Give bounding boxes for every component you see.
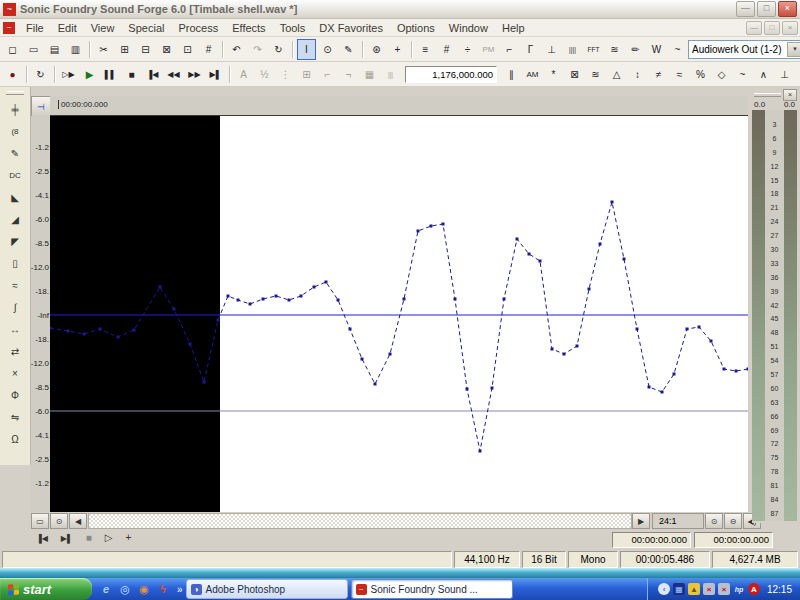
pan-expand-button[interactable]: ↔ (4, 320, 26, 339)
fade-in-button[interactable]: ◢ (4, 210, 26, 229)
envelope-button[interactable]: △ (607, 64, 626, 85)
play-mini-button[interactable]: ▷ (105, 532, 113, 543)
channel-converter-button[interactable]: ⇄ (4, 342, 26, 361)
bit-depth-button[interactable]: (8 (4, 122, 26, 141)
menu-dx-favorites[interactable]: DX Favorites (312, 21, 390, 35)
status-length[interactable]: 00:00:05.486 (620, 551, 710, 568)
status-bit-depth[interactable]: 16 Bit (522, 551, 566, 568)
internet-explorer-icon[interactable]: e (99, 582, 113, 596)
offline-network-icon-1[interactable]: × (703, 583, 715, 595)
menu-special[interactable]: Special (121, 21, 171, 35)
waveform-canvas[interactable] (50, 116, 748, 512)
repeat-button[interactable]: ↻ (269, 39, 288, 60)
loop-playback-button[interactable]: ↻ (31, 64, 50, 85)
task-sonic-foundry[interactable]: ~ Sonic Foundry Sound ... (351, 579, 513, 599)
marker-right-button[interactable]: ⊥ (542, 39, 561, 60)
markers-list-button[interactable]: ⋮ (276, 64, 295, 85)
scroll-right-arrow[interactable]: ▶ (632, 513, 650, 529)
maximize-button[interactable]: □ (757, 1, 776, 17)
task-adobe-photoshop[interactable]: ◑ Adobe Photoshop (186, 579, 348, 599)
insert-silence-tool-button[interactable]: ▯ (4, 254, 26, 273)
menu-view[interactable]: View (84, 21, 122, 35)
taskbar-clock[interactable]: 12:15 (767, 584, 792, 595)
menu-file[interactable]: File (19, 21, 51, 35)
status-channels[interactable]: Mono (568, 551, 618, 568)
resample-button[interactable]: ≈ (4, 276, 26, 295)
smooth-button[interactable]: ~ (733, 64, 752, 85)
fft-analysis-button[interactable]: FFT (584, 39, 603, 60)
redo-button[interactable]: ↷ (248, 39, 267, 60)
zoom-window-button[interactable]: ⊙ (50, 513, 68, 529)
playlist-window-button[interactable]: ||| (381, 64, 400, 85)
position-counter[interactable]: 1,176,000.000 (405, 66, 497, 83)
zoom-ratio-display[interactable]: 24:1 (652, 513, 704, 529)
play-all-button[interactable]: ▷▶ (59, 64, 78, 85)
paste-special-button[interactable]: ⊠ (157, 39, 176, 60)
display-settings-icon[interactable]: ▦ (673, 583, 685, 595)
auto-region-button[interactable]: # (437, 39, 456, 60)
msn-messenger-icon[interactable]: ◎ (118, 582, 132, 596)
stop-mini-button[interactable]: ■ (86, 532, 92, 543)
regions-window-button[interactable]: ▦ (360, 64, 379, 85)
spectrum-bars-button[interactable]: |||| (563, 39, 582, 60)
combo-dropdown-icon[interactable]: ▼ (787, 42, 800, 57)
copy-button[interactable]: ⊞ (115, 39, 134, 60)
scroll-left-arrow[interactable]: ◀ (69, 513, 87, 529)
play-button[interactable]: ▶ (80, 64, 99, 85)
marker-mid-button[interactable]: Γ (521, 39, 540, 60)
scrollbar-track[interactable] (88, 513, 632, 529)
graphic-fade-button[interactable]: ◣ (4, 188, 26, 207)
media-player-icon[interactable]: ◉ (137, 582, 151, 596)
zoom-out-button[interactable]: ⊖ (724, 513, 742, 529)
normalize-button[interactable]: ╪ (4, 100, 26, 119)
delay-echo-button[interactable]: ⊠ (565, 64, 584, 85)
preset-manager-button[interactable]: PM (479, 39, 498, 60)
minimize-button[interactable]: — (736, 1, 755, 17)
reverse-button[interactable]: ⇋ (4, 408, 26, 427)
toolbar-grip[interactable] (6, 91, 24, 95)
start-button[interactable]: start (0, 578, 92, 600)
edit-tool-button[interactable]: I (297, 39, 316, 60)
pencil-tool-button[interactable]: ✎ (339, 39, 358, 60)
insert-silence-button[interactable]: ∥ (502, 64, 521, 85)
save-button[interactable]: ▤ (45, 39, 64, 60)
doc-minimize-button[interactable]: — (746, 21, 762, 35)
hp-agent-icon[interactable]: hp (733, 583, 745, 595)
network-status-icon[interactable]: ▲ (688, 583, 700, 595)
selection-start-field[interactable]: 00:00:00.000 (612, 532, 691, 548)
close-button[interactable]: × (778, 1, 797, 17)
menu-process[interactable]: Process (171, 21, 225, 35)
paste-button[interactable]: ⊟ (136, 39, 155, 60)
dc-offset-button[interactable]: DC (4, 166, 26, 185)
time-ruler[interactable]: 00:00:00.000 (50, 96, 748, 116)
magnify-tool-button[interactable]: ⊙ (318, 39, 337, 60)
zoom-normal-button[interactable]: ⊙ (705, 513, 723, 529)
meter-bar-right[interactable] (784, 110, 797, 521)
hide-tray-chevron[interactable]: ‹ (658, 583, 670, 595)
time-stretch-button[interactable]: Ω (4, 430, 26, 449)
sketch-tool-button[interactable]: ✏ (626, 39, 645, 60)
doc-restore-button[interactable]: □ (764, 21, 780, 35)
reverb-button[interactable]: ◇ (712, 64, 731, 85)
flange-button[interactable]: ≠ (649, 64, 668, 85)
meter-bar-left[interactable] (752, 110, 765, 521)
chorus-button[interactable]: * (544, 64, 563, 85)
new-file-button[interactable]: ◻ (3, 39, 22, 60)
plugin-manager-button[interactable]: ⊛ (367, 39, 386, 60)
spectrum-graph-button[interactable]: ≋ (605, 39, 624, 60)
gapper-button[interactable]: ≈ (670, 64, 689, 85)
loop-end-button[interactable]: ¬ (339, 64, 358, 85)
wave-hammer-button[interactable]: W (647, 39, 666, 60)
fade-out-button[interactable]: ◤ (4, 232, 26, 251)
drop-marker-mini-button[interactable]: + (125, 532, 131, 543)
distortion-button[interactable]: ≋ (586, 64, 605, 85)
trim-crop-button[interactable]: # (199, 39, 218, 60)
doc-close-button[interactable]: × (782, 21, 798, 35)
open-file-button[interactable]: ▭ (24, 39, 43, 60)
mute-button[interactable]: × (4, 364, 26, 383)
stop-button[interactable]: ■ (122, 64, 141, 85)
marker-left-button[interactable]: ⌐ (500, 39, 519, 60)
record-button[interactable]: ● (3, 64, 22, 85)
statistics-button[interactable]: ≡ (416, 39, 435, 60)
menu-options[interactable]: Options (390, 21, 442, 35)
